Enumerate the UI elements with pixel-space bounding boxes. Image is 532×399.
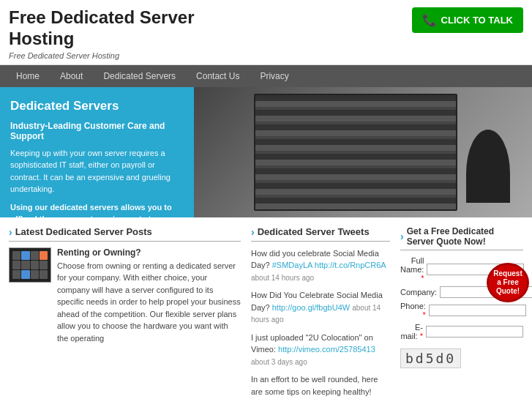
email-label: E-mail: * <box>400 323 426 340</box>
key <box>12 270 20 279</box>
tweet-item: In an effort to be well rounded, here ar… <box>251 373 390 399</box>
key-buy <box>21 251 29 260</box>
key <box>21 261 29 269</box>
key-rent <box>40 251 48 260</box>
hero-title: Dedicated Servers <box>10 99 184 113</box>
key <box>12 261 20 269</box>
hero-text-panel: Dedicated Servers Industry-Leading Custo… <box>0 87 194 217</box>
tweet-time: about 14 hours ago <box>251 274 314 282</box>
hero-tagline: Industry-Leading Customer Care and Suppo… <box>10 121 184 141</box>
main-nav: Home About Dedicated Servers Contact Us … <box>0 65 532 87</box>
tweet-link[interactable]: http://goo.gl/fbgbU4W <box>272 303 350 312</box>
key <box>31 270 39 279</box>
request-quote-button[interactable]: Request a Free Quote! <box>487 263 529 302</box>
phone-input[interactable] <box>429 305 526 316</box>
quote-form-heading: Get a Free Dedicated Server Quote Now! <box>400 226 523 250</box>
posts-heading: Latest Dedicated Server Posts <box>9 226 241 242</box>
post-content: Renting or Owning? Choose from owning or… <box>57 247 241 345</box>
hero-banner: Dedicated Servers Industry-Leading Custo… <box>0 87 532 217</box>
person-silhouette <box>466 130 510 203</box>
server-image <box>194 87 532 217</box>
keyboard-icon <box>10 248 50 282</box>
posts-section: Latest Dedicated Server Posts <box>9 226 241 399</box>
tweet-link[interactable]: #SMDayLA http://t.co/RnpCR6A <box>272 261 386 269</box>
main-content: Latest Dedicated Server Posts <box>0 217 532 399</box>
company-label: Company: <box>400 288 440 297</box>
email-input[interactable] <box>426 326 523 338</box>
captcha-display: bd5d0 <box>400 348 461 368</box>
tweet-item: How Did You Celebrate Social Media Day? … <box>251 289 390 326</box>
key <box>12 251 20 260</box>
post-thumbnail <box>9 247 51 283</box>
server-rack-visual <box>254 94 457 211</box>
tweet-text: In an effort to be well rounded, here ar… <box>251 375 378 396</box>
tweet-time: about 3 days ago <box>251 358 307 366</box>
nav-contact-us[interactable]: Contact Us <box>186 65 250 87</box>
page-header: Free Dedicated Server Hosting Free Dedic… <box>0 0 532 65</box>
nav-privacy[interactable]: Privacy <box>250 65 299 87</box>
click-to-talk-button[interactable]: 📞 CLICK TO TALK <box>412 7 523 33</box>
site-subtitle: Free Dedicated Server Hosting <box>9 51 194 60</box>
nav-about[interactable]: About <box>50 65 93 87</box>
site-title-block: Free Dedicated Server Hosting Free Dedic… <box>9 7 194 60</box>
form-row-phone: Phone: * <box>400 302 523 319</box>
nav-home[interactable]: Home <box>6 65 50 87</box>
tweet-item: I just uploaded "2U Colocation" on Vimeo… <box>251 332 390 368</box>
phone-icon: 📞 <box>422 13 437 27</box>
post-title: Renting or Owning? <box>57 247 241 258</box>
key <box>40 261 48 269</box>
key <box>31 261 39 269</box>
key <box>21 270 29 279</box>
key <box>31 251 39 260</box>
tweet-link[interactable]: http://vimeo.com/25785413 <box>278 345 375 354</box>
tweets-heading: Dedicated Server Tweets <box>251 226 390 242</box>
tweets-section: Dedicated Server Tweets How did you cele… <box>251 226 390 399</box>
fullname-label: Full Name: * <box>400 256 427 283</box>
post-body: Choose from owning or renting a dedicate… <box>57 260 241 345</box>
hero-image <box>194 87 532 217</box>
hero-description: Keeping up with your own server requires… <box>10 147 184 195</box>
site-title: Free Dedicated Server Hosting <box>9 7 194 50</box>
quote-form-section: Get a Free Dedicated Server Quote Now! F… <box>400 226 523 399</box>
tweet-item: How did you celebrate Social Media Day? … <box>251 247 390 284</box>
post-item: Renting or Owning? Choose from owning or… <box>9 247 241 345</box>
nav-dedicated-servers[interactable]: Dedicated Servers <box>93 65 186 87</box>
form-row-email: E-mail: * <box>400 323 523 340</box>
phone-label: Phone: * <box>400 302 429 319</box>
key <box>40 270 48 279</box>
